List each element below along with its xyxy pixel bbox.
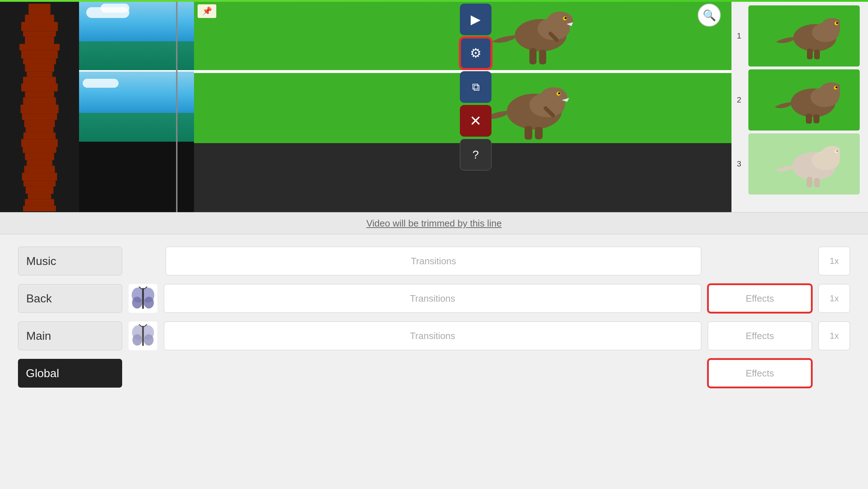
svg-rect-4 bbox=[25, 37, 54, 44]
svg-rect-22 bbox=[27, 160, 52, 166]
main-label-button[interactable]: Main bbox=[18, 321, 122, 350]
svg-rect-35 bbox=[530, 48, 537, 64]
svg-point-70 bbox=[144, 297, 154, 309]
play-button[interactable]: ▶ bbox=[460, 4, 491, 35]
thumb-row-2: 2 bbox=[731, 69, 868, 131]
main-effects-button[interactable]: Effects bbox=[708, 321, 812, 350]
svg-rect-26 bbox=[26, 187, 53, 194]
svg-rect-71 bbox=[142, 288, 144, 309]
back-multiplier-button[interactable]: 1x bbox=[818, 284, 850, 313]
svg-rect-29 bbox=[23, 206, 56, 211]
svg-rect-10 bbox=[23, 77, 56, 83]
svg-rect-23 bbox=[24, 166, 55, 173]
svg-rect-1 bbox=[25, 15, 54, 22]
svg-point-64 bbox=[836, 150, 838, 152]
back-thumbnail bbox=[129, 284, 157, 313]
svg-rect-21 bbox=[25, 153, 54, 160]
copy-button[interactable]: ⧉ bbox=[460, 71, 491, 103]
svg-point-40 bbox=[540, 87, 567, 106]
svg-rect-24 bbox=[22, 173, 57, 180]
svg-rect-16 bbox=[24, 120, 55, 127]
svg-rect-44 bbox=[535, 127, 543, 139]
popup-menu: ▶ ⚙ ⧉ ✕ ? bbox=[460, 4, 491, 170]
svg-point-42 bbox=[558, 92, 560, 94]
svg-rect-28 bbox=[25, 199, 54, 205]
svg-rect-13 bbox=[23, 97, 56, 105]
thumb-number-2: 2 bbox=[737, 95, 745, 105]
global-label-button[interactable]: Global bbox=[18, 359, 122, 388]
thumbnail-2 bbox=[748, 69, 860, 131]
svg-rect-11 bbox=[21, 83, 58, 91]
main-thumbnail bbox=[129, 321, 157, 350]
svg-rect-25 bbox=[23, 181, 56, 187]
svg-point-69 bbox=[132, 297, 142, 309]
svg-rect-7 bbox=[23, 59, 56, 64]
svg-point-57 bbox=[836, 87, 837, 88]
svg-rect-43 bbox=[525, 126, 532, 140]
svg-rect-6 bbox=[21, 50, 58, 58]
bottom-controls: Music Transitions 1x Back bbox=[0, 234, 868, 400]
music-transitions-button[interactable]: Transitions bbox=[166, 247, 701, 275]
main-transitions-button[interactable]: Transitions bbox=[164, 321, 701, 350]
main-multiplier-button[interactable]: 1x bbox=[818, 321, 850, 350]
delete-button[interactable]: ✕ bbox=[460, 105, 491, 137]
thumb-row-3: 3 bbox=[731, 133, 868, 195]
svg-rect-20 bbox=[23, 147, 56, 153]
svg-rect-59 bbox=[813, 114, 819, 123]
back-track-row: Back Transitions Effects 1x bbox=[18, 283, 850, 314]
waveform-panel bbox=[0, 0, 79, 212]
thumbnail-1 bbox=[748, 5, 860, 67]
svg-point-32 bbox=[547, 12, 573, 29]
svg-rect-15 bbox=[22, 113, 57, 120]
global-effects-button[interactable]: Effects bbox=[708, 359, 812, 388]
top-accent-line bbox=[0, 0, 868, 2]
svg-rect-65 bbox=[807, 177, 812, 187]
svg-rect-12 bbox=[25, 91, 54, 97]
svg-rect-51 bbox=[807, 49, 813, 59]
svg-rect-3 bbox=[23, 31, 56, 36]
svg-rect-66 bbox=[814, 178, 820, 187]
main-track-row: Main Transitions Effects 1x bbox=[18, 320, 850, 352]
thumb-number-3: 3 bbox=[737, 159, 745, 169]
svg-rect-0 bbox=[28, 4, 50, 15]
svg-rect-18 bbox=[23, 132, 56, 139]
svg-rect-19 bbox=[21, 139, 58, 147]
svg-rect-36 bbox=[539, 50, 546, 64]
thumbnail-3 bbox=[748, 133, 860, 195]
trim-text: Video will be trimmed by this line bbox=[366, 218, 502, 229]
svg-rect-5 bbox=[19, 44, 60, 50]
thumbnails-panel: 1 2 bbox=[731, 0, 868, 212]
svg-rect-17 bbox=[26, 127, 53, 132]
svg-rect-9 bbox=[27, 72, 52, 77]
svg-point-77 bbox=[144, 334, 153, 346]
thumb-row-1: 1 bbox=[731, 5, 868, 67]
svg-rect-58 bbox=[806, 114, 812, 124]
svg-point-34 bbox=[565, 17, 567, 19]
pin-icon: 📌 bbox=[198, 4, 216, 18]
settings-button[interactable]: ⚙ bbox=[460, 37, 491, 69]
svg-rect-2 bbox=[21, 22, 58, 31]
trim-line-area: Video will be trimmed by this line bbox=[0, 212, 868, 234]
svg-rect-78 bbox=[142, 326, 144, 346]
zoom-button[interactable]: 🔍 bbox=[698, 4, 721, 27]
back-label-button[interactable]: Back bbox=[18, 284, 122, 313]
back-transitions-button[interactable]: Transitions bbox=[164, 284, 701, 313]
thumb-number-1: 1 bbox=[737, 31, 745, 41]
music-track-row: Music Transitions 1x bbox=[18, 245, 850, 277]
svg-rect-14 bbox=[20, 105, 59, 113]
svg-rect-52 bbox=[814, 50, 820, 59]
svg-point-76 bbox=[133, 334, 142, 346]
global-track-row: Global Effects bbox=[18, 357, 850, 389]
track-separator-left bbox=[176, 0, 177, 212]
back-effects-button[interactable]: Effects bbox=[708, 284, 812, 313]
music-multiplier-button[interactable]: 1x bbox=[818, 247, 850, 275]
music-label-button[interactable]: Music bbox=[18, 247, 122, 275]
svg-rect-8 bbox=[25, 64, 54, 72]
svg-point-50 bbox=[836, 22, 838, 24]
waveform-container bbox=[0, 0, 79, 212]
help-button[interactable]: ? bbox=[460, 139, 491, 170]
svg-rect-27 bbox=[28, 194, 51, 199]
